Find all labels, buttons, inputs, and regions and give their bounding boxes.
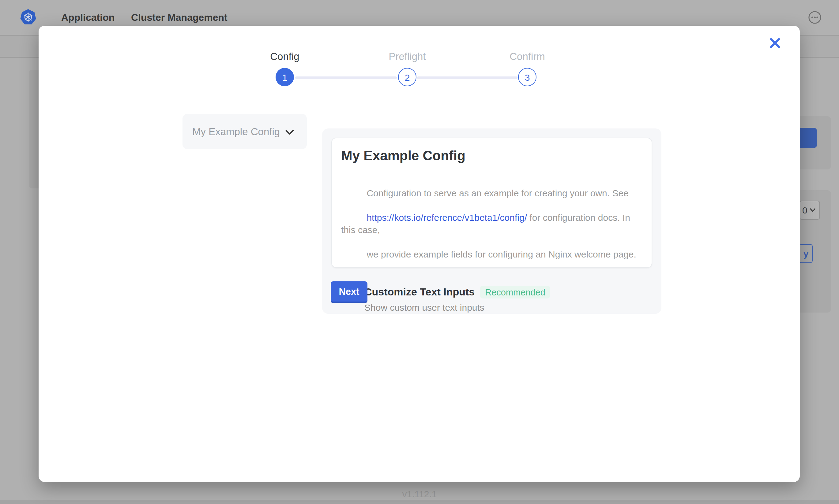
step-confirm-label: Confirm [484, 51, 570, 62]
page: Application Cluster Management 0 y v1.11… [0, 0, 839, 504]
description-text: Configuration to serve as an example for… [366, 188, 628, 198]
step-confirm-circle: 3 [518, 68, 536, 86]
next-button-label: Next [339, 286, 359, 297]
background-outline-button-label: y [804, 248, 809, 259]
step-config-circle: 1 [276, 68, 294, 86]
step-preflight-label: Preflight [364, 51, 450, 62]
config-group-title: My Example Config [341, 148, 643, 164]
config-group-nav-dropdown[interactable]: My Example Config [183, 114, 307, 149]
chevron-down-icon [285, 129, 294, 135]
background-select-value: 0 [802, 205, 807, 215]
step-confirm: Confirm 3 [484, 51, 570, 86]
description-text: we provide example fields for configurin… [366, 249, 636, 259]
step-config-number: 1 [282, 72, 288, 82]
close-button[interactable] [766, 34, 783, 51]
step-preflight-number: 2 [405, 72, 410, 82]
customize-text-inputs-row: Customize Text Inputs Recommended [348, 286, 643, 299]
app-version-label: v1.112.1 [0, 489, 839, 499]
background-select: 0 [799, 201, 820, 220]
close-icon [770, 38, 780, 48]
customize-text-inputs-label: Customize Text Inputs [364, 286, 475, 298]
step-preflight-circle: 2 [398, 68, 416, 86]
config-group-nav-label: My Example Config [192, 126, 280, 137]
kubernetes-logo-icon [20, 8, 37, 26]
config-group-card: My Example Config Configuration to serve… [331, 138, 652, 268]
config-group-description: Configuration to serve as an example for… [341, 175, 643, 273]
background-primary-button [799, 128, 817, 148]
config-wizard-modal: Config 1 Preflight 2 Confirm 3 My Exampl… [38, 26, 800, 482]
step-confirm-number: 3 [525, 72, 530, 82]
next-button[interactable]: Next [331, 281, 367, 302]
bottom-strip [0, 500, 839, 504]
background-outline-button: y [799, 244, 813, 263]
checkbox-help-text: Show custom user text inputs [364, 302, 643, 312]
step-preflight: Preflight 2 [364, 51, 450, 86]
config-panel: My Example Config Configuration to serve… [322, 128, 662, 314]
more-menu-icon[interactable] [808, 11, 821, 24]
chevron-down-icon [810, 208, 816, 212]
config-docs-link[interactable]: https://kots.io/reference/v1beta1/config… [366, 212, 527, 223]
step-config: Config 1 [242, 51, 328, 86]
recommended-badge: Recommended [480, 286, 550, 299]
step-config-label: Config [242, 51, 328, 62]
